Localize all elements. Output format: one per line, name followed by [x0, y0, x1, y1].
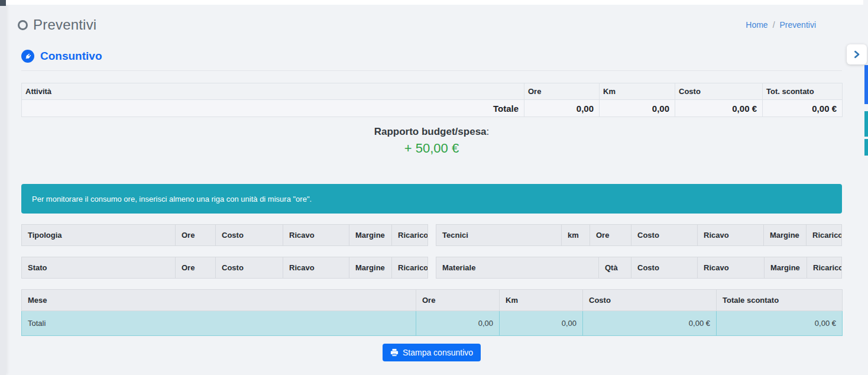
printer-icon	[390, 348, 399, 357]
col-header-km: km	[562, 225, 590, 246]
col-header-stato: Stato	[22, 257, 176, 279]
col-header-ore: Ore	[176, 257, 216, 279]
materiale-header-row: Materiale Qtà Costo Ricavo Margine Ricar…	[436, 257, 842, 279]
col-header-costo: Costo	[583, 290, 717, 311]
chevron-right-icon	[852, 50, 861, 59]
materiale-table: Materiale Qtà Costo Ricavo Margine Ricar…	[436, 257, 842, 279]
expand-right-panel-button[interactable]	[847, 44, 867, 64]
totals-totale-scontato: 0,00 €	[717, 311, 843, 336]
info-banner-text: Per monitorare il consumo ore, inserisci…	[32, 195, 312, 203]
totals-km: 0,00	[500, 311, 583, 336]
section-header: Consuntivo	[21, 50, 842, 63]
totals-ore: 0,00	[416, 311, 500, 336]
col-header-costo: Costo	[216, 225, 283, 246]
right-edge-teal-strip-2	[864, 139, 868, 156]
col-header-margine: Margine	[349, 257, 392, 279]
tipologia-header-row: Tipologia Ore Costo Ricavo Margine Ricar…	[22, 225, 428, 246]
total-km: 0,00	[600, 100, 675, 117]
col-header-mese: Mese	[22, 290, 416, 311]
section-divider	[21, 70, 842, 71]
breadcrumb-current-link[interactable]: Preventivi	[780, 20, 816, 30]
monthly-table: Mese Ore Km Costo Totale scontato Totali…	[21, 289, 843, 336]
breakdown-row-2: Stato Ore Costo Ricavo Margine Ricarico …	[21, 257, 842, 279]
col-header-ore: Ore	[416, 290, 500, 311]
total-ore: 0,00	[524, 100, 600, 117]
col-header-margine: Margine	[349, 225, 392, 246]
col-header-materiale: Materiale	[436, 257, 599, 279]
col-header-attivita: Attività	[22, 83, 524, 100]
totals-costo: 0,00 €	[583, 311, 717, 336]
consuntivo-section: Consuntivo Attività Ore Km Costo Tot. sc…	[21, 50, 842, 361]
stato-header-row: Stato Ore Costo Ricavo Margine Ricarico	[22, 257, 428, 279]
tipologia-table: Tipologia Ore Costo Ricavo Margine Ricar…	[21, 224, 428, 246]
col-header-tipologia: Tipologia	[22, 225, 176, 246]
breadcrumb-home-link[interactable]: Home	[746, 20, 767, 30]
col-header-ricavo: Ricavo	[698, 225, 764, 246]
col-header-costo: Costo	[631, 225, 698, 246]
collapsed-left-sidebar-edge	[0, 0, 6, 375]
info-banner: Per monitorare il consumo ore, inserisci…	[21, 184, 842, 214]
summary-total-row: Totale 0,00 0,00 0,00 € 0,00 €	[22, 100, 843, 117]
col-header-ricarico: Ricarico	[392, 225, 428, 246]
col-header-totale-scontato: Totale scontato	[717, 290, 843, 311]
col-header-qta: Qtà	[599, 257, 631, 279]
col-header-km: Km	[600, 83, 675, 100]
page-header: Preventivi Home / Preventivi	[18, 15, 816, 34]
col-header-ore: Ore	[176, 225, 216, 246]
circle-outline-icon	[18, 20, 28, 30]
screen: Preventivi Home / Preventivi Consuntivo	[0, 0, 868, 375]
totals-label: Totali	[22, 311, 416, 336]
monthly-header-row: Mese Ore Km Costo Totale scontato	[22, 290, 843, 311]
total-label: Totale	[22, 100, 524, 117]
col-header-margine: Margine	[764, 225, 807, 246]
col-header-margine: Margine	[765, 257, 807, 279]
page-title-wrap: Preventivi	[18, 17, 96, 33]
actions-bar: Stampa consuntivo	[21, 344, 842, 361]
col-header-ricarico: Ricarico	[392, 257, 428, 279]
sidebar-corner-fragment	[0, 0, 6, 6]
budget-ratio: Rapporto budget/spesa: + 50,00 €	[21, 126, 842, 156]
col-header-tecnici: Tecnici	[436, 225, 562, 246]
budget-ratio-value: + 50,00 €	[21, 141, 842, 156]
col-header-km: Km	[500, 290, 583, 311]
tecnici-header-row: Tecnici km Ore Costo Ricavo Margine Rica…	[436, 225, 842, 246]
col-header-ricavo: Ricavo	[283, 257, 349, 279]
monthly-totals-row: Totali 0,00 0,00 0,00 € 0,00 €	[22, 311, 843, 336]
col-header-ricavo: Ricavo	[698, 257, 765, 279]
col-header-ricarico: Ricarico	[807, 257, 842, 279]
col-header-costo: Costo	[631, 257, 698, 279]
col-header-costo: Costo	[675, 83, 763, 100]
col-header-ore: Ore	[524, 83, 600, 100]
top-bar	[6, 0, 863, 5]
col-header-tot-scontato: Tot. scontato	[763, 83, 843, 100]
right-edge-blue-strip	[864, 65, 868, 104]
print-report-button[interactable]: Stampa consuntivo	[383, 344, 481, 361]
page-title: Preventivi	[33, 17, 96, 33]
total-tot-scontato: 0,00 €	[763, 100, 843, 117]
total-costo: 0,00 €	[675, 100, 763, 117]
breadcrumb-separator: /	[773, 20, 775, 30]
plug-icon	[21, 50, 34, 63]
right-edge-teal-strip-1	[864, 111, 868, 137]
col-header-costo: Costo	[216, 257, 283, 279]
col-header-ricavo: Ricavo	[283, 225, 349, 246]
breadcrumb: Home / Preventivi	[746, 20, 816, 30]
stato-table: Stato Ore Costo Ricavo Margine Ricarico	[21, 257, 428, 279]
budget-ratio-label: Rapporto budget/spesa:	[21, 126, 842, 138]
tecnici-table: Tecnici km Ore Costo Ricavo Margine Rica…	[436, 224, 842, 246]
breakdown-row-1: Tipologia Ore Costo Ricavo Margine Ricar…	[21, 224, 842, 246]
col-header-ore: Ore	[590, 225, 631, 246]
section-title: Consuntivo	[40, 50, 102, 63]
summary-header-row: Attività Ore Km Costo Tot. scontato	[22, 83, 843, 100]
col-header-ricarico: Ricarico	[807, 225, 842, 246]
print-report-label: Stampa consuntivo	[403, 348, 473, 357]
summary-table: Attività Ore Km Costo Tot. scontato Tota…	[21, 83, 843, 117]
